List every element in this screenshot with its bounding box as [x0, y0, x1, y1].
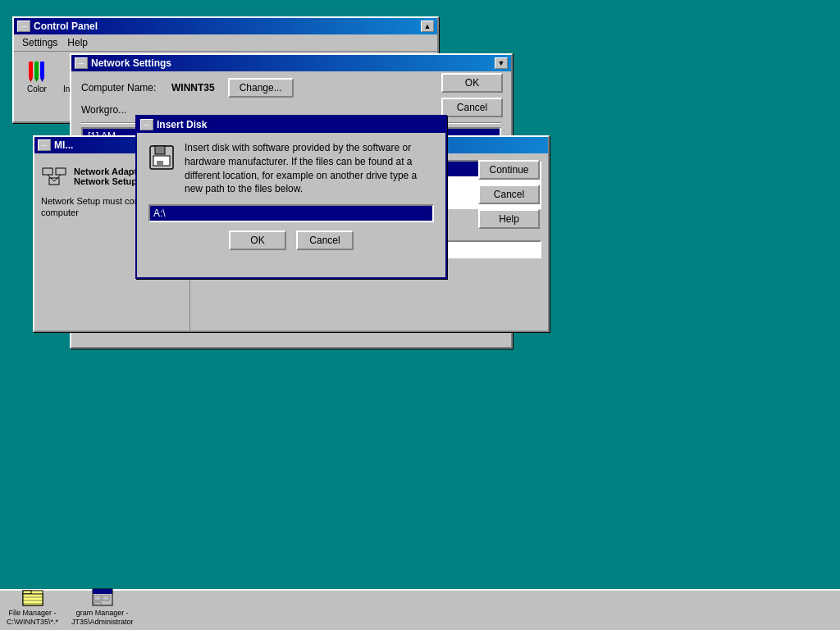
adapter-cancel-button[interactable]: Cancel [478, 185, 540, 204]
svg-marker-4 [34, 78, 39, 82]
svg-rect-30 [103, 596, 109, 600]
svg-marker-5 [40, 78, 44, 82]
network-settings-close[interactable]: ▼ [495, 57, 508, 69]
workgroup-row: Workgro... [81, 104, 501, 116]
file-manager-label-line1: File Manager - [7, 609, 58, 618]
svg-rect-18 [157, 161, 163, 166]
taskbar: File Manager - C:\WINNT35\*.* gram Manag… [0, 589, 840, 630]
network-adapter-sysmenu[interactable]: ─ [38, 139, 51, 151]
file-manager-icon [21, 586, 44, 609]
insert-disk-titlebar[interactable]: ─ Insert Disk [137, 116, 445, 133]
color-label: Color [27, 84, 47, 94]
control-panel-title: Control Panel [34, 21, 98, 32]
svg-rect-2 [40, 62, 44, 78]
svg-rect-19 [155, 146, 165, 154]
svg-rect-22 [23, 591, 31, 594]
network-settings-titlebar[interactable]: ─ Network Settings ▼ [71, 55, 511, 71]
control-panel-titlebar[interactable]: ─ Control Panel ▲ [14, 18, 437, 34]
cancel-button[interactable]: Cancel [441, 98, 503, 117]
svg-rect-12 [56, 168, 66, 175]
insert-disk-content: Insert disk with software provided by th… [137, 133, 445, 258]
file-manager-label: File Manager - C:\WINNT35\*.* [7, 609, 58, 627]
program-manager-label: gram Manager - JT35\Administrator [71, 609, 134, 627]
svg-rect-28 [93, 589, 112, 594]
file-manager-label-line2: C:\WINNT35\*.* [7, 618, 58, 627]
network-icon [41, 162, 67, 190]
help-button[interactable]: Help [478, 209, 540, 229]
program-manager-label-line2: JT35\Administrator [71, 618, 134, 627]
taskbar-program-manager[interactable]: gram Manager - JT35\Administrator [71, 586, 134, 627]
svg-rect-0 [29, 62, 33, 78]
computer-name-label: Computer Name: [81, 82, 171, 94]
insert-disk-title: Insert Disk [157, 119, 207, 130]
color-icon-item[interactable]: Color [24, 58, 50, 94]
control-panel-maximize[interactable]: ▲ [421, 21, 434, 32]
computer-name-row: Computer Name: WINNT35 Change... [81, 78, 501, 98]
control-panel-menubar: Settings Help [14, 34, 437, 52]
control-panel-sysmenu[interactable]: ─ [17, 21, 30, 32]
insert-disk-ok-button[interactable]: OK [229, 231, 286, 250]
network-settings-title: Network Settings [91, 57, 171, 69]
program-manager-label-line1: gram Manager - [71, 609, 134, 618]
computer-name-value: WINNT35 [171, 82, 215, 94]
insert-disk-buttons: OK Cancel [148, 231, 434, 250]
color-icon [24, 58, 50, 84]
menu-settings[interactable]: Settings [17, 36, 62, 49]
svg-rect-11 [43, 168, 52, 175]
svg-marker-3 [29, 78, 33, 82]
insert-disk-dialog: ─ Insert Disk Insert di [135, 115, 447, 279]
workgroup-label: Workgro... [81, 104, 171, 116]
insert-disk-icon-text: Insert disk with software provided by th… [148, 141, 434, 196]
program-manager-icon [91, 586, 114, 609]
continue-button[interactable]: Continue [478, 160, 540, 180]
network-adapter-title: MI... [54, 139, 73, 151]
svg-rect-20 [167, 147, 170, 150]
svg-rect-29 [94, 596, 101, 600]
ok-button[interactable]: OK [441, 73, 503, 93]
disk-path-input[interactable] [148, 204, 434, 222]
taskbar-file-manager[interactable]: File Manager - C:\WINNT35\*.* [7, 586, 58, 627]
svg-rect-1 [34, 62, 39, 78]
menu-help[interactable]: Help [62, 36, 93, 49]
svg-rect-31 [94, 602, 101, 605]
network-settings-sysmenu[interactable]: ─ [75, 57, 88, 69]
floppy-icon [148, 144, 175, 171]
insert-disk-message: Insert disk with software provided by th… [185, 141, 434, 196]
insert-disk-cancel-button[interactable]: Cancel [296, 231, 354, 250]
insert-disk-sysmenu[interactable]: ─ [140, 119, 153, 130]
change-button[interactable]: Change... [228, 78, 294, 98]
